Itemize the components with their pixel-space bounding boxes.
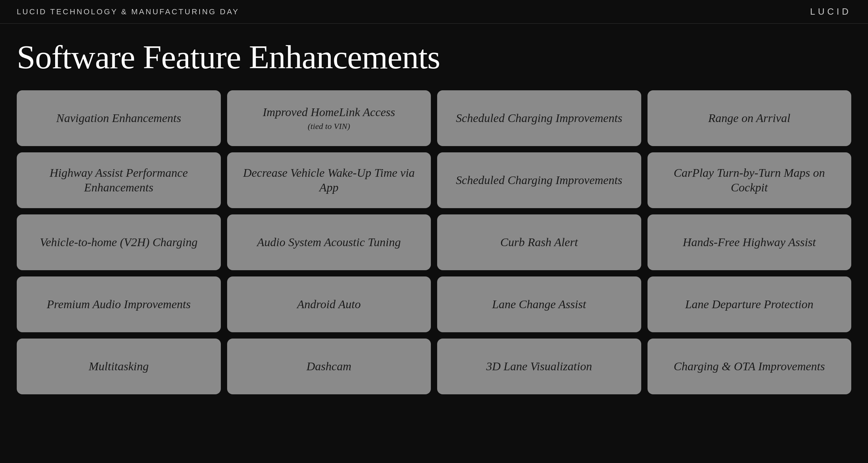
feature-card-13: Premium Audio Improvements <box>17 276 221 332</box>
feature-card-text-17: Multitasking <box>89 359 149 374</box>
feature-card-20: Charging & OTA Improvements <box>648 339 852 394</box>
feature-card-3: Scheduled Charging Improvements <box>437 90 641 146</box>
feature-card-12: Hands-Free Highway Assist <box>648 214 852 270</box>
feature-card-4: Range on Arrival <box>648 90 852 146</box>
feature-card-text-11: Curb Rash Alert <box>500 235 578 250</box>
feature-card-10: Audio System Acoustic Tuning <box>227 214 431 270</box>
lucid-logo: LUCID <box>810 6 851 17</box>
feature-card-2: Improved HomeLink Access(tied to VIN) <box>227 90 431 146</box>
feature-card-18: Dashcam <box>227 339 431 394</box>
feature-card-text-12: Hands-Free Highway Assist <box>683 235 816 250</box>
top-bar-title: LUCID TECHNOLOGY & MANUFACTURING DAY <box>17 7 239 16</box>
feature-card-9: Vehicle-to-home (V2H) Charging <box>17 214 221 270</box>
feature-card-7: Scheduled Charging Improvements <box>437 152 641 208</box>
feature-card-text-13: Premium Audio Improvements <box>47 297 190 312</box>
feature-card-14: Android Auto <box>227 276 431 332</box>
feature-card-6: Decrease Vehicle Wake-Up Time via App <box>227 152 431 208</box>
feature-card-text-8: CarPlay Turn-by-Turn Maps on Cockpit <box>656 166 843 195</box>
feature-card-text-15: Lane Change Assist <box>492 297 586 312</box>
feature-card-8: CarPlay Turn-by-Turn Maps on Cockpit <box>648 152 852 208</box>
feature-card-text-10: Audio System Acoustic Tuning <box>257 235 401 250</box>
page-title: Software Feature Enhancements <box>0 24 868 87</box>
feature-card-11: Curb Rash Alert <box>437 214 641 270</box>
feature-card-5: Highway Assist Performance Enhancements <box>17 152 221 208</box>
feature-card-text-18: Dashcam <box>307 359 351 374</box>
feature-card-text-6: Decrease Vehicle Wake-Up Time via App <box>235 166 423 195</box>
feature-card-text-14: Android Auto <box>297 297 361 312</box>
feature-card-text-9: Vehicle-to-home (V2H) Charging <box>40 235 197 250</box>
feature-card-text-20: Charging & OTA Improvements <box>674 359 825 374</box>
feature-card-16: Lane Departure Protection <box>648 276 852 332</box>
feature-card-text-1: Navigation Enhancements <box>56 111 181 126</box>
feature-card-subtitle-2: (tied to VIN) <box>263 121 395 131</box>
feature-card-text-4: Range on Arrival <box>708 111 790 126</box>
feature-card-15: Lane Change Assist <box>437 276 641 332</box>
feature-card-text-7: Scheduled Charging Improvements <box>456 173 622 188</box>
feature-card-17: Multitasking <box>17 339 221 394</box>
feature-card-text-2: Improved HomeLink Access(tied to VIN) <box>263 105 395 132</box>
feature-card-text-3: Scheduled Charging Improvements <box>456 111 622 126</box>
feature-card-19: 3D Lane Visualization <box>437 339 641 394</box>
feature-card-1: Navigation Enhancements <box>17 90 221 146</box>
feature-card-text-16: Lane Departure Protection <box>685 297 814 312</box>
feature-card-text-5: Highway Assist Performance Enhancements <box>25 166 212 195</box>
feature-card-text-19: 3D Lane Visualization <box>486 359 592 374</box>
feature-grid: Navigation EnhancementsImproved HomeLink… <box>0 87 868 411</box>
top-bar: LUCID TECHNOLOGY & MANUFACTURING DAY LUC… <box>0 0 868 24</box>
